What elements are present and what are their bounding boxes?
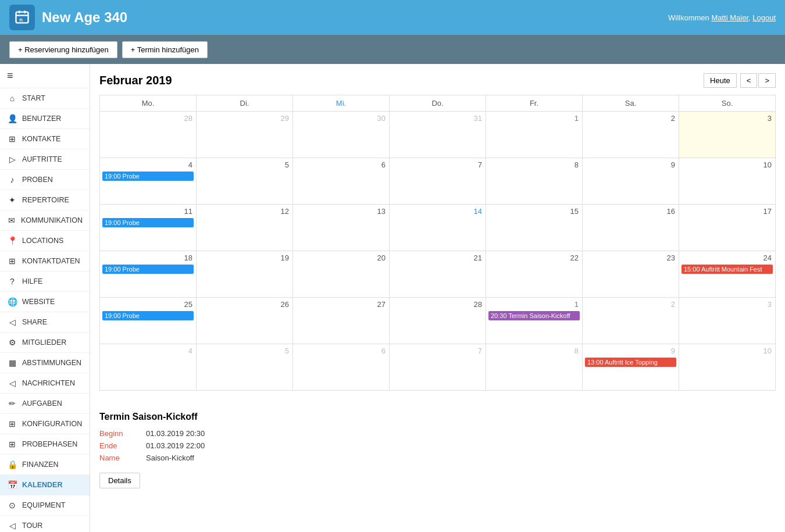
calendar-cell[interactable]: 21 — [390, 251, 486, 298]
calendar-cell[interactable]: 26 — [197, 298, 293, 344]
detail-label: Beginn — [99, 429, 146, 438]
calendar-event[interactable]: 20:30 Termin Saison-Kickoff — [488, 311, 580, 320]
sidebar-item-finanzen[interactable]: 🔒FINANZEN — [0, 455, 90, 475]
sidebar-item-kontaktdaten[interactable]: ⊞KONTAKTDATEN — [0, 251, 90, 272]
calendar-cell[interactable]: 5 — [197, 158, 293, 205]
cal-header-Di: Di. — [197, 95, 293, 112]
calendar-cell[interactable]: 1119:00 Probe — [100, 205, 197, 251]
day-number: 30 — [295, 113, 387, 125]
calendar-cell[interactable]: 5 — [197, 344, 293, 391]
sidebar-icon-repertoire: ✦ — [7, 195, 17, 205]
calendar-cell[interactable]: 2 — [583, 112, 679, 158]
sidebar-item-nachrichten[interactable]: ◁NACHRICHTEN — [0, 373, 90, 394]
calendar-cell[interactable]: 29 — [197, 112, 293, 158]
calendar-event[interactable]: 19:00 Probe — [102, 218, 194, 227]
sidebar-label-probephasen: PROBEPHASEN — [22, 440, 77, 448]
sidebar-item-website[interactable]: 🌐WEBSITE — [0, 292, 90, 312]
day-number: 8 — [488, 345, 580, 358]
sidebar: ≡ ⌂START👤BENUTZER⊞KONTAKTE▷AUFTRITTE♪PRO… — [0, 64, 90, 532]
calendar-nav: Heute < > — [704, 73, 776, 88]
sidebar-item-share[interactable]: ◁SHARE — [0, 312, 90, 333]
calendar-cell[interactable]: 27 — [293, 298, 390, 344]
sidebar-item-repertoire[interactable]: ✦REPERTOIRE — [0, 190, 90, 210]
calendar-cell[interactable]: 120:30 Termin Saison-Kickoff — [486, 298, 583, 344]
calendar-cell[interactable]: 3 — [679, 298, 776, 344]
sidebar-item-konfiguration[interactable]: ⊞KONFIGURATION — [0, 414, 90, 434]
calendar-cell[interactable]: 17 — [679, 205, 776, 251]
sidebar-hamburger[interactable]: ≡ — [0, 64, 90, 88]
calendar-cell[interactable]: 2415:00 Auftritt Mountain Fest — [679, 251, 776, 298]
logout-link[interactable]: Logout — [752, 13, 776, 22]
calendar-cell[interactable]: 28 — [390, 298, 486, 344]
calendar-cell[interactable]: 22 — [486, 251, 583, 298]
calendar-cell[interactable]: 3 — [679, 112, 776, 158]
sidebar-item-aufgaben[interactable]: ✏AUFGABEN — [0, 394, 90, 414]
calendar-cell[interactable]: 10 — [679, 344, 776, 391]
sidebar-item-auftritte[interactable]: ▷AUFTRITTE — [0, 149, 90, 170]
calendar-event[interactable]: 13:00 Auftritt Ice Topping — [585, 358, 676, 367]
sidebar-item-probephasen[interactable]: ⊞PROBEPHASEN — [0, 434, 90, 455]
sidebar-item-hilfe[interactable]: ?HILFE — [0, 272, 90, 292]
sidebar-item-proben[interactable]: ♪PROBEN — [0, 170, 90, 190]
calendar-cell[interactable]: 14 — [390, 205, 486, 251]
calendar-cell[interactable]: 8 — [486, 158, 583, 205]
day-number: 4 — [102, 345, 194, 358]
day-number: 19 — [199, 252, 290, 265]
calendar-event[interactable]: 15:00 Auftritt Mountain Fest — [681, 265, 773, 274]
sidebar-item-benutzer[interactable]: 👤BENUTZER — [0, 109, 90, 129]
prev-month-button[interactable]: < — [740, 73, 758, 88]
calendar-cell[interactable]: 23 — [583, 251, 679, 298]
cal-header-Mo: Mo. — [100, 95, 197, 112]
calendar-cell[interactable]: 4 — [100, 344, 197, 391]
calendar-cell[interactable]: 1819:00 Probe — [100, 251, 197, 298]
sidebar-item-abstimmungen[interactable]: ▦ABSTIMMUNGEN — [0, 353, 90, 373]
calendar-cell[interactable]: 7 — [390, 344, 486, 391]
calendar-cell[interactable]: 913:00 Auftritt Ice Topping — [583, 344, 679, 391]
calendar-cell[interactable]: 15 — [486, 205, 583, 251]
sidebar-icon-locations: 📍 — [7, 236, 17, 245]
calendar-cell[interactable]: 6 — [293, 158, 390, 205]
calendar-cell[interactable]: 30 — [293, 112, 390, 158]
calendar-cell[interactable]: 419:00 Probe — [100, 158, 197, 205]
calendar-event[interactable]: 19:00 Probe — [102, 172, 194, 181]
sidebar-item-start[interactable]: ⌂START — [0, 88, 90, 109]
calendar-cell[interactable]: 8 — [486, 344, 583, 391]
calendar-cell[interactable]: 1 — [486, 112, 583, 158]
calendar-cell[interactable]: 2519:00 Probe — [100, 298, 197, 344]
calendar-cell[interactable]: 10 — [679, 158, 776, 205]
calendar-event[interactable]: 19:00 Probe — [102, 265, 194, 274]
sidebar-icon-kontakte: ⊞ — [7, 134, 17, 144]
header-user-area: Willkommen Matti Maier, Logout — [668, 13, 776, 22]
sidebar-item-mitglieder[interactable]: ⚙MITGLIEDER — [0, 333, 90, 353]
calendar-cell[interactable]: 16 — [583, 205, 679, 251]
sidebar-label-mitglieder: MITGLIEDER — [22, 338, 66, 347]
calendar-cell[interactable]: 28 — [100, 112, 197, 158]
sidebar-item-locations[interactable]: 📍LOCATIONS — [0, 231, 90, 251]
sidebar-icon-benutzer: 👤 — [7, 114, 17, 123]
day-number: 10 — [681, 345, 773, 358]
add-appointment-button[interactable]: + Termin hinzufügen — [122, 41, 208, 58]
sidebar-item-kalender[interactable]: 📅KALENDER — [0, 475, 90, 495]
calendar-cell[interactable]: 2 — [583, 298, 679, 344]
today-button[interactable]: Heute — [704, 73, 737, 88]
calendar-cell[interactable]: 9 — [583, 158, 679, 205]
day-number: 7 — [392, 345, 483, 358]
calendar-cell[interactable]: 19 — [197, 251, 293, 298]
sidebar-icon-kontaktdaten: ⊞ — [7, 256, 17, 266]
username-link[interactable]: Matti Maier — [711, 13, 748, 22]
calendar-cell[interactable]: 7 — [390, 158, 486, 205]
next-month-button[interactable]: > — [758, 73, 776, 88]
detail-row: NameSaison-Kickoff — [99, 454, 776, 462]
add-reservation-button[interactable]: + Reservierung hinzufügen — [9, 41, 117, 58]
calendar-cell[interactable]: 20 — [293, 251, 390, 298]
details-button[interactable]: Details — [99, 473, 140, 488]
calendar-cell[interactable]: 13 — [293, 205, 390, 251]
calendar-cell[interactable]: 12 — [197, 205, 293, 251]
sidebar-item-kontakte[interactable]: ⊞KONTAKTE — [0, 129, 90, 149]
sidebar-item-tour[interactable]: ◁TOUR — [0, 516, 90, 532]
sidebar-item-kommunikation[interactable]: ✉KOMMUNIKATION — [0, 210, 90, 231]
calendar-cell[interactable]: 6 — [293, 344, 390, 391]
calendar-event[interactable]: 19:00 Probe — [102, 311, 194, 320]
calendar-cell[interactable]: 31 — [390, 112, 486, 158]
sidebar-item-equipment[interactable]: ⊙EQUIPMENT — [0, 495, 90, 516]
